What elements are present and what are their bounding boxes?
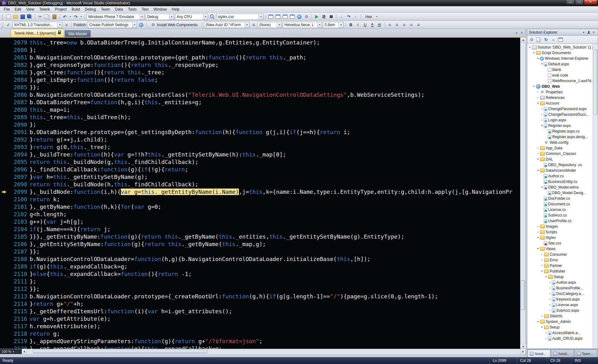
breakpoint-margin[interactable] [0, 255, 9, 263]
chevron-down-icon[interactable] [259, 14, 263, 20]
code-line[interactable]: 2082},get_responseType:function(){return… [0, 61, 520, 69]
cut-button[interactable] [37, 14, 43, 20]
validation-target-combo[interactable]: XHTML 1.0 Transition... [12, 22, 62, 28]
chevron-down-icon[interactable] [57, 22, 62, 28]
vertical-scroll-thumb[interactable] [521, 280, 525, 310]
code-line[interactable]: 2100return k; [0, 196, 520, 203]
tree-item[interactable]: ▸Views [527, 246, 593, 252]
tree-item[interactable]: ▸BusinesProfile... [527, 285, 593, 291]
tree-item[interactable]: Site.css [527, 240, 593, 246]
solution-explorer-button[interactable] [268, 14, 274, 20]
css-class-combo[interactable]: (None) [258, 22, 282, 28]
toolbar-options-dropdown[interactable] [375, 14, 378, 20]
close-panel-button[interactable] [591, 30, 596, 35]
menu-item-window[interactable]: Window [151, 7, 169, 12]
tree-item[interactable]: ▸Styles [527, 235, 593, 240]
close-button[interactable] [584, 0, 597, 5]
save-all-button[interactable] [27, 14, 33, 20]
tree-item[interactable]: ▸Consumer [527, 252, 593, 257]
tree-item[interactable]: ▸DBO_Web [527, 84, 593, 89]
chevron-down-icon[interactable] [203, 14, 208, 20]
chevron-down-icon[interactable] [339, 22, 343, 28]
breakpoint-margin[interactable] [0, 91, 9, 99]
code-line[interactable]: 2090}; [0, 121, 520, 128]
bold-button[interactable]: B [348, 22, 354, 28]
code-line[interactable]: 2084},get_isEmpty:function(){return fals… [0, 76, 520, 84]
code-line[interactable]: 2104if(j.Name===k){return j; [0, 226, 520, 233]
breakpoint-margin[interactable] [0, 263, 9, 270]
breakpoint-margin[interactable] [0, 54, 9, 61]
tree-item[interactable]: UserProfile.cs [527, 218, 593, 224]
code-line[interactable]: 2103g++){var j=h[g]; [0, 218, 520, 226]
menu-item-project[interactable]: Project [53, 7, 69, 12]
code-line[interactable]: 2119},_appendQueryStringParameters:funct… [0, 338, 520, 345]
tree-item[interactable]: ▸Login.aspx [527, 117, 593, 123]
code-line[interactable]: 2086b.NavigationControlODataSettings.reg… [0, 91, 520, 99]
tree-item[interactable]: ▸Account [527, 100, 593, 106]
align-center-button[interactable] [394, 22, 400, 28]
breakpoint-margin[interactable] [0, 106, 9, 114]
chevron-down-icon[interactable] [317, 22, 322, 28]
code-line[interactable]: 2108b.NavigationControlODataLoader=funct… [0, 255, 520, 263]
breakpoint-margin[interactable] [0, 69, 9, 76]
code-line[interactable]: 2097}var h=this._getEntitySetByName(g); [0, 173, 520, 181]
menu-item-file[interactable]: File [1, 7, 12, 12]
code-line[interactable]: 2118return g; [0, 330, 520, 338]
breakpoint-margin[interactable] [0, 300, 9, 308]
editor-vertical-scrollbar[interactable] [520, 38, 525, 349]
expand-arrow-icon[interactable]: ▸ [548, 302, 552, 308]
show-all-files-button[interactable] [536, 37, 542, 43]
menu-item-telerik[interactable]: Telerik [37, 7, 53, 12]
expand-arrow-icon[interactable]: ▸ [540, 106, 544, 112]
breakpoint-margin[interactable] [0, 338, 9, 345]
step-out-button[interactable] [353, 14, 359, 20]
scroll-left-arrow[interactable] [22, 349, 27, 354]
tree-item[interactable]: ▸ChangePassword.aspx [527, 106, 593, 112]
breakpoint-margin[interactable] [0, 46, 9, 54]
tree-item[interactable]: ▸App_Data [527, 145, 593, 151]
menu-item-view[interactable]: View [24, 7, 37, 12]
breakpoint-margin[interactable] [0, 240, 9, 248]
code-line[interactable]: 2115},_getDefferedItemsUrl:function(i){v… [0, 308, 520, 315]
tree-item[interactable]: DBO_Repository .cs [527, 162, 593, 168]
menu-item-edit[interactable]: Edit [12, 7, 24, 12]
error-list-button[interactable] [289, 14, 295, 20]
breakpoint-margin[interactable] [0, 270, 9, 278]
tree-scroll-thumb[interactable] [593, 49, 597, 115]
breakpoint-margin[interactable] [0, 226, 9, 233]
menu-item-tools[interactable]: Tools [126, 7, 139, 12]
code-line[interactable]: 2085}}; [0, 84, 520, 91]
continue-button[interactable] [314, 14, 320, 20]
expand-arrow-icon[interactable]: ▸ [540, 252, 544, 257]
tree-item[interactable]: ▸Common_Classes [527, 151, 593, 156]
tree-item[interactable]: ▸DocCategory.a... [527, 291, 593, 296]
breakpoint-margin[interactable] [0, 196, 9, 203]
active-files-dropdown[interactable] [514, 31, 519, 35]
scroll-up-arrow[interactable] [520, 38, 526, 42]
code-line[interactable]: 2111}; [0, 278, 520, 285]
breakpoint-margin[interactable] [0, 166, 9, 173]
font-size-combo[interactable]: 0.8em [323, 22, 344, 28]
breakpoint-margin[interactable] [0, 143, 9, 151]
expand-arrow-icon[interactable]: ▸ [544, 330, 548, 336]
horizontal-scroll-thumb[interactable] [33, 350, 207, 353]
code-line[interactable]: 2116var g=h.getAttribute(e); [0, 315, 520, 323]
tree-item[interactable]: ▸Windows Internet Explorer [527, 56, 593, 61]
tree-item[interactable]: ▸Images [527, 224, 593, 229]
tree-item[interactable]: blank [527, 67, 593, 72]
toolbar-grip[interactable] [2, 14, 3, 19]
install-web-components-button[interactable]: Install Web Components [148, 22, 200, 28]
tree-item[interactable]: ▸Partner [527, 263, 593, 268]
copy-button[interactable] [44, 14, 50, 20]
chevron-down-icon[interactable] [169, 14, 174, 20]
tree-item[interactable]: SubAcct.cs [527, 212, 593, 218]
expand-arrow-icon[interactable]: ▸ [540, 117, 544, 123]
device-combo[interactable]: Windows Phone 7 Emulator [87, 14, 145, 20]
code-line[interactable]: 2098return this._buildNode(h,this._findC… [0, 181, 520, 188]
menu-item-test[interactable]: Test [139, 7, 151, 12]
highlight-color-button[interactable] [376, 22, 382, 28]
expand-arrow-icon[interactable]: ▸ [536, 224, 540, 229]
code-line[interactable]: 2079this._tree=new b.ODataBinderTree(g.I… [0, 39, 520, 46]
tree-item[interactable]: Register.aspx.cs [527, 128, 593, 134]
tree-item[interactable]: ▸Author.aspx [527, 280, 593, 285]
